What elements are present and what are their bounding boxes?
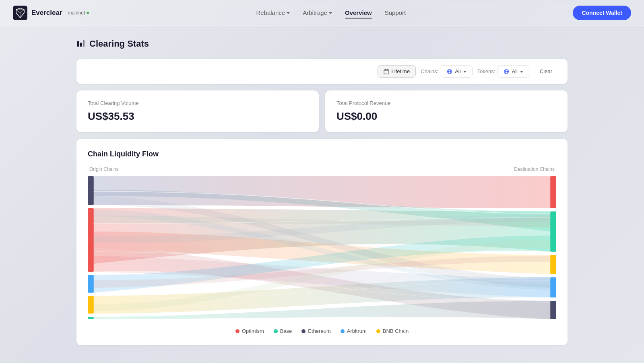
svg-rect-1	[77, 41, 79, 47]
svg-rect-15	[88, 317, 94, 319]
svg-rect-13	[88, 275, 94, 293]
sankey-svg	[88, 175, 556, 320]
nav-arbitrage[interactable]: Arbitrage	[303, 8, 332, 18]
globe-icon	[447, 69, 452, 74]
optimism-label: Optimism	[242, 328, 264, 334]
legend-arbitrum: Arbitrum	[341, 328, 367, 334]
legend-ethereum: Ethereum	[301, 328, 330, 334]
svg-rect-11	[88, 176, 94, 205]
filter-bar: Lifetime Chains: All Tokens:	[76, 59, 568, 84]
svg-rect-19	[550, 277, 556, 297]
network-label: mainnet	[68, 10, 85, 16]
clearing-stats-icon	[76, 39, 85, 48]
sankey-chart	[88, 175, 556, 320]
arbitrum-label: Arbitrum	[347, 328, 367, 334]
nav-support[interactable]: Support	[385, 8, 406, 18]
svg-rect-3	[83, 40, 85, 47]
tokens-filter-button[interactable]: All	[497, 65, 529, 78]
stats-row: Total Clearing Volume US$35.53 Total Pro…	[76, 90, 568, 132]
flow-axis-labels: Origin Chains Destination Chains	[88, 166, 556, 172]
bnbchain-dot	[376, 329, 380, 333]
legend-optimism: Optimism	[235, 328, 264, 334]
svg-rect-12	[88, 208, 94, 272]
optimism-dot	[235, 329, 239, 333]
protocol-revenue-value: US$0.00	[336, 110, 556, 123]
svg-rect-20	[550, 301, 556, 319]
svg-rect-6	[387, 69, 388, 70]
destination-chains-label: Destination Chains	[514, 166, 555, 172]
lifetime-label: Lifetime	[392, 68, 410, 74]
tokens-value: All	[512, 68, 517, 74]
clearing-volume-value: US$35.53	[88, 110, 308, 123]
clear-button[interactable]: Clear	[534, 66, 558, 77]
logo-area: Everclear mainnet	[13, 6, 89, 20]
svg-rect-2	[80, 43, 82, 47]
ethereum-dot	[301, 329, 305, 333]
chains-filter-button[interactable]: All	[441, 65, 472, 78]
everclear-logo	[13, 6, 27, 20]
logo-text: Everclear	[31, 9, 62, 17]
chain-liquidity-flow-card: Chain Liquidity Flow Origin Chains Desti…	[76, 139, 568, 345]
chains-chevron-icon	[463, 71, 466, 73]
origin-chains-label: Origin Chains	[89, 166, 119, 172]
total-protocol-revenue-card: Total Protocol Revenue US$0.00	[325, 90, 568, 132]
clearing-volume-label: Total Clearing Volume	[88, 100, 308, 106]
base-label: Base	[280, 328, 292, 334]
bnbchain-label: BNB Chain	[383, 328, 409, 334]
arbitrum-dot	[341, 329, 345, 333]
legend-base: Base	[274, 328, 292, 334]
tokens-filter-label: Tokens:	[477, 68, 495, 74]
flow-card-title: Chain Liquidity Flow	[88, 150, 556, 158]
nav-overview[interactable]: Overview	[345, 8, 372, 18]
chevron-down-icon	[287, 12, 290, 14]
network-status-dot	[87, 12, 89, 14]
main-content: Clearing Stats Lifetime Chains: All	[60, 26, 584, 358]
total-clearing-volume-card: Total Clearing Volume US$35.53	[76, 90, 319, 132]
nav-rebalance[interactable]: Rebalance	[256, 8, 290, 18]
ethereum-label: Ethereum	[308, 328, 330, 334]
svg-rect-18	[550, 255, 556, 274]
main-nav: Rebalance Arbitrage Overview Support	[256, 8, 406, 18]
chains-filter-group: Chains: All	[421, 65, 473, 78]
svg-rect-16	[550, 176, 556, 208]
chains-filter-label: Chains:	[421, 68, 438, 74]
page-title: Clearing Stats	[89, 39, 149, 49]
chains-value: All	[455, 68, 460, 74]
base-dot	[274, 329, 278, 333]
tokens-chevron-icon	[520, 71, 523, 73]
page-title-area: Clearing Stats	[76, 39, 568, 49]
chevron-down-icon	[329, 12, 332, 14]
calendar-icon	[384, 69, 389, 74]
globe-icon-tokens	[504, 69, 509, 74]
lifetime-filter-button[interactable]: Lifetime	[378, 65, 416, 78]
header: Everclear mainnet Rebalance Arbitrage Ov…	[0, 0, 644, 26]
connect-wallet-button[interactable]: Connect Wallet	[573, 6, 631, 20]
network-badge: mainnet	[68, 10, 89, 16]
svg-rect-17	[550, 211, 556, 252]
protocol-revenue-label: Total Protocol Revenue	[336, 100, 556, 106]
svg-rect-14	[88, 296, 94, 314]
chart-legend: Optimism Base Ethereum Arbitrum BNB Chai…	[88, 328, 556, 334]
svg-rect-5	[385, 69, 386, 70]
legend-bnbchain: BNB Chain	[376, 328, 409, 334]
svg-rect-4	[384, 70, 389, 74]
tokens-filter-group: Tokens: All	[477, 65, 529, 78]
